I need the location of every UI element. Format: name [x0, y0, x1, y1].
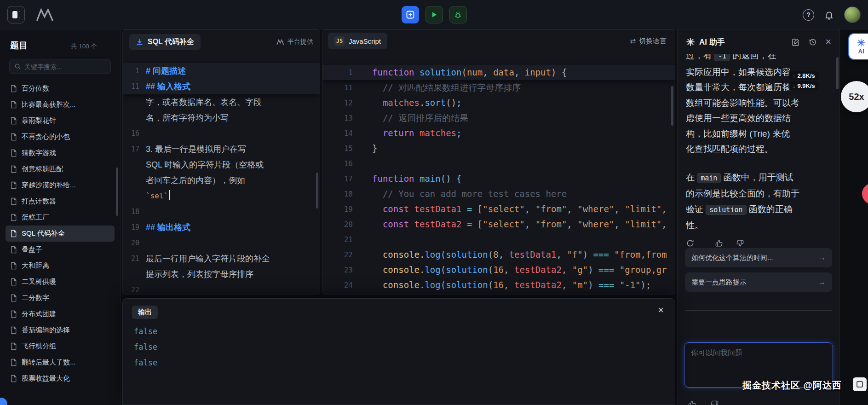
ai-sparkle-icon — [857, 39, 865, 47]
sidebar-item-label: 大和距离 — [22, 261, 49, 270]
sidebar-item[interactable]: 股票收益最大化 — [6, 370, 115, 387]
switch-language-button[interactable]: ⇄ 切换语言 — [630, 37, 669, 46]
thumbs-up-icon[interactable] — [688, 399, 697, 405]
sidebar-item[interactable]: SQL 代码补全 — [6, 226, 115, 242]
line-number — [123, 94, 139, 110]
sidebar-item[interactable]: 比赛最高获胜次... — [6, 97, 115, 113]
document-icon — [10, 165, 17, 173]
sidebar-item[interactable]: 创意标题匹配 — [6, 161, 115, 177]
thumbs-up-icon[interactable] — [715, 239, 724, 248]
add-button[interactable] — [402, 6, 419, 23]
sidebar-item[interactable]: 二分数字 — [6, 290, 115, 306]
line-number: 21 — [123, 251, 139, 266]
code-editor[interactable]: 1function solution(num, data, input) { 1… — [322, 52, 675, 294]
code-line-text — [353, 232, 675, 247]
line-number — [123, 266, 139, 282]
problem-scroll: 字，或者数据库名、表名、字段名，所有字符均为小写16173. 最后一行是模拟用户… — [123, 94, 320, 294]
document-icon — [10, 117, 17, 125]
sidebar-item[interactable]: 二叉树供暖 — [6, 274, 115, 290]
suggestion-chip[interactable]: 需要一点思路提示→ — [685, 272, 832, 292]
problem-line-text: 3. 最后一行是模拟用户在写 — [139, 141, 246, 157]
problem-line: 173. 最后一行是模拟用户在写 — [123, 141, 320, 157]
document-icon — [10, 326, 17, 334]
promo-float[interactable] — [862, 183, 868, 204]
ai-scrollbar[interactable] — [836, 57, 839, 89]
sidebar-item[interactable]: 百分位数 — [6, 81, 115, 97]
search-box[interactable] — [9, 59, 111, 74]
app-logo-button[interactable] — [7, 6, 25, 23]
problem-editor[interactable]: 1# 问题描述11## 输入格式 字，或者数据库名、表名、字段名，所有字符均为小… — [123, 54, 320, 294]
sidebar-item[interactable]: 蛋糕工厂 — [6, 209, 115, 226]
ai-header: AI 助手 × — [678, 29, 839, 54]
ai-paragraph: 过，有 -1 的返回，在实际应用中，如果候选内容数量非常大，每次都遍历整数组可能… — [686, 54, 833, 157]
sidebar-item-label: 番茄编辑的选择 — [22, 326, 70, 335]
line-number: 20 — [123, 235, 139, 251]
code-line-text: function solution(num, data, input) { — [353, 65, 675, 80]
problem-line-text: # 问题描述 — [139, 63, 186, 79]
close-icon[interactable]: × — [658, 305, 664, 315]
sidebar-item[interactable]: 暴雨梨花针 — [6, 113, 115, 129]
ai-text-line: 虑使用一些更高效的数据结 — [686, 110, 833, 126]
line-number: 12 — [322, 95, 353, 110]
ai-text-line: 验证 solution 函数的正确 — [686, 202, 833, 218]
line-number: 17 — [123, 141, 139, 157]
sidebar-item[interactable]: 分布式团建 — [6, 306, 115, 322]
zoom-badge[interactable]: 52x — [841, 81, 868, 112]
thumbs-down-icon[interactable] — [736, 239, 744, 248]
net-upload: ↑ 2.8K/s — [788, 71, 819, 80]
sidebar-item[interactable]: 不再贪心的小包 — [6, 129, 115, 145]
sidebar-item[interactable]: 大和距离 — [6, 258, 115, 274]
code-line: 20 const testData2 = ["select", "from", … — [322, 217, 675, 232]
problem-scrollbar[interactable] — [316, 173, 318, 208]
code-line: 23 console.log(solution(16, testData2, "… — [322, 262, 675, 278]
line-number: 22 — [322, 247, 353, 262]
history-icon[interactable] — [808, 38, 817, 46]
topbar: ? — [0, 0, 868, 29]
sidebar-scrollbar[interactable] — [116, 168, 118, 216]
problem-line-text: ## 输出格式 — [139, 220, 190, 235]
bug-icon — [454, 11, 462, 19]
line-number: 18 — [123, 204, 139, 220]
sidebar-item[interactable]: 番茄编辑的选择 — [6, 322, 115, 338]
arrow-right-icon: → — [818, 254, 826, 262]
help-icon[interactable]: ? — [803, 9, 814, 21]
run-button[interactable] — [425, 6, 443, 23]
close-icon[interactable]: × — [825, 37, 831, 46]
language-tab[interactable]: JS JavaScript — [328, 33, 387, 49]
notifications-icon[interactable] — [824, 10, 834, 20]
code-line-text: const testData2 = ["select", "from", "wh… — [353, 217, 675, 232]
problem-line-text — [139, 204, 146, 220]
sidebar-item[interactable]: 猜数字游戏 — [6, 145, 115, 161]
debug-button[interactable] — [449, 6, 467, 23]
regenerate-icon[interactable] — [686, 239, 695, 248]
line-number: 1 — [322, 65, 353, 80]
problem-line-text — [139, 235, 146, 251]
search-input[interactable] — [24, 63, 106, 70]
help-glyph: ? — [806, 11, 811, 18]
document-icon — [10, 101, 17, 109]
line-number — [123, 188, 139, 204]
problem-line-text: SQL 时输入的字符片段（空格或 — [139, 157, 264, 173]
thumbs-down-icon[interactable] — [710, 399, 719, 405]
code-line: 14 return matches; — [322, 126, 675, 141]
problem-line-text: ## 输入格式 — [139, 79, 190, 94]
problem-title-pill[interactable]: SQL 代码补全 — [129, 34, 201, 50]
sidebar-item[interactable]: 飞行棋分组 — [6, 338, 115, 354]
line-number: 1 — [123, 63, 139, 79]
sidebar-item[interactable]: 翻转后最大子数... — [6, 354, 115, 370]
new-chat-icon[interactable] — [791, 38, 800, 46]
document-icon — [10, 85, 17, 93]
sidebar-item[interactable]: 穿越沙漠的补给... — [6, 177, 115, 193]
ai-bottom-actions — [688, 399, 719, 405]
suggestion-chip[interactable]: 如何优化这个算法的时间...→ — [685, 248, 832, 267]
ai-assistant-fab[interactable]: AI — [848, 33, 868, 60]
line-number: 24 — [322, 278, 353, 293]
avatar[interactable] — [844, 6, 861, 23]
sidebar-item-label: 股票收益最大化 — [22, 374, 70, 383]
sidebar-item[interactable]: 打点计数器 — [6, 193, 115, 209]
editor-scrollbar[interactable] — [671, 86, 673, 126]
problem-line: 1# 问题描述 — [123, 63, 320, 79]
widget-float[interactable] — [853, 377, 867, 391]
plus-square-icon — [406, 10, 415, 19]
sidebar-item[interactable]: 叠盘子 — [6, 242, 115, 258]
